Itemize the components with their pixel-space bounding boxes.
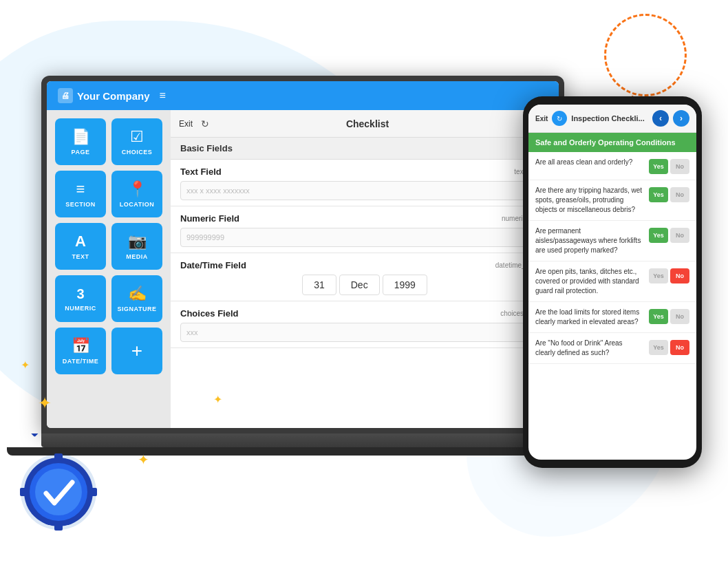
phone-section-header: Safe and Orderly Operating Conditions: [528, 133, 696, 152]
question-text-6: Are "No food or Drink" Areas clearly def…: [535, 339, 643, 358]
sidebar-btn-location[interactable]: 📍 LOCATION: [111, 171, 162, 217]
yes-btn-4[interactable]: Yes: [649, 268, 668, 283]
badge-decoration: [7, 434, 110, 537]
phone-questions-list: Are all areas clean and orderly? Yes No …: [528, 152, 696, 460]
signature-icon: ✍: [128, 285, 147, 303]
sidebar-btn-media[interactable]: 📷 MEDIA: [111, 223, 162, 270]
page-label: PAGE: [72, 149, 90, 156]
phone-section-title: Safe and Orderly Operating Conditions: [535, 138, 689, 147]
text-field-block: Text Field text_field A xxx x xxxx xxxxx…: [171, 160, 559, 206]
phone-exit-button[interactable]: Exit: [535, 115, 548, 122]
checklist-title: Checklist: [217, 118, 517, 129]
phone-shell: Exit ↻ Inspection Checkli... ‹ › Safe an…: [523, 96, 702, 468]
numeric-label: NUMERIC: [65, 305, 96, 312]
datetime-field-name: Date/Time Field: [180, 260, 246, 270]
choices-field-block: Choices Field choices_field ☑ xxx: [171, 301, 559, 348]
sidebar-btn-page[interactable]: 📄 PAGE: [55, 118, 106, 165]
question-row-1: Are all areas clean and orderly? Yes No: [528, 152, 696, 180]
checklist-content: Exit ↻ Checklist ← → Basic Fields page1: [171, 110, 559, 428]
yes-no-group-4: Yes No: [649, 268, 689, 283]
datetime-month[interactable]: Dec: [339, 275, 380, 295]
numeric-field-input[interactable]: 999999999: [180, 228, 549, 247]
yes-btn-3[interactable]: Yes: [649, 228, 668, 243]
text-field-name: Text Field: [180, 167, 222, 177]
sidebar-btn-numeric[interactable]: 3 NUMERIC: [55, 275, 106, 322]
svg-rect-6: [20, 488, 30, 496]
choices-icon: ☑: [130, 128, 144, 146]
no-btn-2[interactable]: No: [670, 187, 689, 202]
numeric-field-name: Numeric Field: [180, 213, 239, 224]
phone-screen: Exit ↻ Inspection Checkli... ‹ › Safe an…: [528, 105, 696, 460]
yes-no-group-6: Yes No: [649, 340, 689, 355]
yes-btn-6[interactable]: Yes: [649, 340, 668, 355]
laptop-base: [41, 434, 564, 447]
choices-field-header: Choices Field choices_field ☑: [180, 308, 549, 319]
sidebar: 📄 PAGE ☑ CHOICES ≡ SECTION 📍: [47, 110, 171, 428]
refresh-icon[interactable]: ↻: [201, 118, 209, 129]
sidebar-btn-signature[interactable]: ✍ SIGNATURE: [111, 275, 162, 322]
page-icon: 📄: [72, 128, 90, 146]
yes-no-group-3: Yes No: [649, 228, 689, 243]
datetime-label: DATE/TIME: [63, 358, 98, 365]
hamburger-icon[interactable]: ≡: [160, 89, 166, 102]
section-header: Basic Fields page1: [171, 138, 559, 160]
no-btn-5[interactable]: No: [670, 309, 689, 324]
section-icon: ≡: [76, 180, 85, 198]
media-icon: 📷: [128, 233, 147, 250]
sidebar-btn-section[interactable]: ≡ SECTION: [55, 171, 106, 217]
svg-rect-5: [54, 521, 63, 531]
main-scene: 🖨 Your Company ≡ 📄 PAGE ☑: [28, 41, 702, 537]
yes-btn-5[interactable]: Yes: [649, 309, 668, 324]
sidebar-btn-add[interactable]: +: [111, 328, 162, 374]
sidebar-btn-text[interactable]: A TEXT: [55, 223, 106, 270]
logo-icon: 🖨: [58, 88, 73, 103]
datetime-field-block: Date/Time Field datetime_field 📅 31 Dec …: [171, 253, 559, 301]
brand-name: Your Company: [77, 90, 150, 102]
yes-no-group-5: Yes No: [649, 309, 689, 324]
yes-no-group-1: Yes No: [649, 159, 689, 174]
sidebar-btn-datetime[interactable]: 📅 DATE/TIME: [55, 328, 106, 374]
no-btn-4[interactable]: No: [670, 268, 689, 283]
datetime-day[interactable]: 31: [302, 275, 336, 295]
add-icon: +: [131, 340, 142, 362]
svg-rect-4: [54, 453, 63, 463]
phone: Exit ↻ Inspection Checkli... ‹ › Safe an…: [523, 96, 702, 537]
question-row-6: Are "No food or Drink" Areas clearly def…: [528, 333, 696, 364]
svg-rect-7: [87, 488, 97, 496]
laptop: 🖨 Your Company ≡ 📄 PAGE ☑: [41, 76, 564, 502]
text-icon: A: [75, 233, 86, 250]
question-row-3: Are permanent aisles/passageways where f…: [528, 221, 696, 261]
section-title: Basic Fields: [180, 143, 233, 153]
datetime-icon: 📅: [72, 337, 90, 355]
media-label: MEDIA: [126, 253, 148, 260]
checklist-header: Exit ↻ Checklist ← →: [171, 110, 559, 138]
datetime-row: 31 Dec 1999: [180, 275, 549, 295]
star-decoration-3: ✦: [138, 451, 149, 468]
phone-refresh-icon[interactable]: ↻: [552, 111, 567, 126]
laptop-screen: 🖨 Your Company ≡ 📄 PAGE ☑: [47, 81, 559, 428]
numeric-field-header: Numeric Field numeric_field 3: [180, 213, 549, 224]
question-text-2: Are there any tripping hazards, wet spot…: [535, 186, 643, 215]
no-btn-3[interactable]: No: [670, 228, 689, 243]
text-label: TEXT: [72, 253, 89, 260]
question-row-5: Are the load limits for stored items cle…: [528, 302, 696, 333]
sidebar-btn-choices[interactable]: ☑ CHOICES: [111, 118, 162, 165]
phone-nav-prev[interactable]: ‹: [652, 110, 669, 127]
yes-btn-2[interactable]: Yes: [649, 187, 668, 202]
app-topbar: 🖨 Your Company ≡: [47, 81, 559, 110]
app-body: 📄 PAGE ☑ CHOICES ≡ SECTION 📍: [47, 110, 559, 428]
question-text-3: Are permanent aisles/passageways where f…: [535, 226, 643, 255]
phone-nav-next[interactable]: ›: [673, 110, 689, 127]
svg-point-9: [35, 469, 82, 515]
section-label: SECTION: [65, 201, 96, 208]
no-btn-6[interactable]: No: [670, 340, 689, 355]
exit-button[interactable]: Exit: [179, 119, 193, 129]
question-text-5: Are the load limits for stored items cle…: [535, 308, 643, 327]
question-row-4: Are open pits, tanks, ditches etc., cove…: [528, 261, 696, 302]
numeric-field-block: Numeric Field numeric_field 3 999999999: [171, 206, 559, 253]
no-btn-1[interactable]: No: [670, 159, 689, 174]
choices-field-input[interactable]: xxx: [180, 323, 549, 342]
yes-btn-1[interactable]: Yes: [649, 159, 668, 174]
datetime-year[interactable]: 1999: [383, 275, 427, 295]
text-field-input[interactable]: xxx x xxxx xxxxxxx: [180, 181, 549, 200]
